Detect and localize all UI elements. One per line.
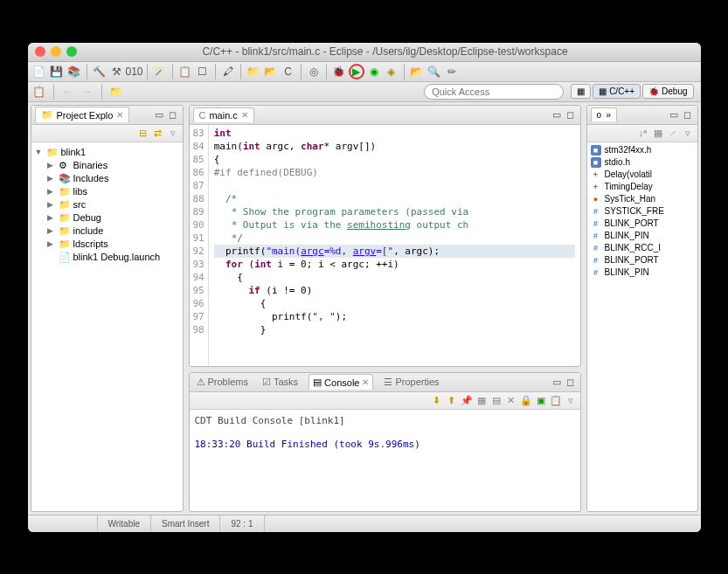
minimize-icon[interactable]: ▭ bbox=[668, 108, 680, 121]
tree-item[interactable]: ▶📁include bbox=[35, 225, 179, 238]
new-icon[interactable]: 📄 bbox=[31, 64, 47, 80]
console-opt2-icon[interactable]: ▤ bbox=[490, 394, 503, 406]
minimize-icon[interactable]: ▭ bbox=[153, 108, 165, 121]
menu-icon[interactable]: ▿ bbox=[682, 127, 694, 139]
quick-access-input[interactable] bbox=[424, 84, 564, 100]
search-icon[interactable]: 🔍 bbox=[426, 64, 442, 80]
maximize-icon[interactable]: ◻ bbox=[682, 108, 694, 121]
profile-icon[interactable]: ◉ bbox=[366, 64, 382, 80]
build-all-icon[interactable]: ⚒ bbox=[109, 64, 125, 80]
outline-item[interactable]: ●SysTick_Han bbox=[589, 193, 696, 205]
console-tab[interactable]: ▤Console✕ bbox=[309, 374, 373, 390]
menu-icon[interactable]: ▿ bbox=[167, 127, 179, 139]
edit-icon[interactable]: ✏ bbox=[444, 64, 460, 80]
close-icon[interactable] bbox=[35, 46, 45, 57]
down-icon[interactable]: ⬇ bbox=[431, 394, 443, 406]
open-icon[interactable]: 📂 bbox=[409, 64, 425, 80]
lock-icon[interactable]: 🔒 bbox=[520, 394, 532, 406]
folder2-icon[interactable]: 📂 bbox=[263, 64, 279, 80]
outline-tab[interactable]: o » bbox=[591, 107, 618, 121]
outline-item[interactable]: #BLINK_PIN bbox=[589, 266, 696, 279]
maximize-icon[interactable]: ◻ bbox=[167, 108, 179, 121]
tree-item[interactable]: ▼📁blink1 bbox=[35, 146, 179, 159]
tree-item[interactable]: ▶📁src bbox=[35, 198, 179, 211]
folder-icon[interactable]: 📁 bbox=[246, 64, 261, 80]
outline-item[interactable]: #SYSTICK_FRE bbox=[589, 205, 696, 218]
wand-icon[interactable]: 🪄 bbox=[152, 64, 168, 80]
home-icon[interactable]: 📁 bbox=[108, 84, 124, 100]
binary-icon[interactable]: 010 bbox=[127, 64, 142, 80]
external-icon[interactable]: ◈ bbox=[384, 64, 399, 80]
project-tree[interactable]: ▼📁blink1▶⚙Binaries▶📚Includes▶📁libs▶📁src▶… bbox=[31, 142, 183, 511]
project-explorer-tab[interactable]: 📁Project Explo ✕ bbox=[35, 107, 130, 122]
tree-item[interactable]: ▶📁ldscripts bbox=[35, 238, 179, 251]
status-bar: Writable Smart Insert 92 : 1 bbox=[28, 515, 701, 532]
zoom-icon[interactable] bbox=[66, 46, 77, 57]
outline-panel: o » ▭ ◻ ↓ᵃ ▦ ⟋ ▿ ■stm32f4xx.h■stdio.h+De… bbox=[586, 105, 698, 512]
hide-icon[interactable]: ⟋ bbox=[667, 127, 679, 139]
maximize-icon[interactable]: ◻ bbox=[565, 376, 577, 388]
up-icon[interactable]: ⬆ bbox=[446, 394, 458, 406]
outline-item[interactable]: #BLINK_RCC_I bbox=[589, 242, 696, 254]
titlebar: C/C++ - blink1/src/main.c - Eclipse - /U… bbox=[28, 43, 701, 62]
close-icon[interactable]: ✕ bbox=[241, 110, 248, 120]
marker-icon[interactable]: 🖍 bbox=[220, 64, 236, 80]
build-icon[interactable]: 🔨 bbox=[92, 64, 107, 80]
main-area: 📁Project Explo ✕ ▭ ◻ ⊟ ⇄ ▿ ▼📁blink1▶⚙Bin… bbox=[28, 102, 701, 515]
tree-item[interactable]: ▶📁Debug bbox=[35, 211, 179, 225]
problems-tab[interactable]: ⚠Problems bbox=[193, 375, 252, 390]
editor-tab[interactable]: Cmain.c ✕ bbox=[193, 107, 254, 122]
outline-item[interactable]: +TimingDelay bbox=[589, 181, 696, 193]
outline-item[interactable]: #BLINK_PORT bbox=[589, 254, 696, 266]
status-writable: Writable bbox=[98, 515, 152, 532]
outline-item[interactable]: #BLINK_PIN bbox=[589, 230, 696, 242]
filter-icon[interactable]: 📋 bbox=[177, 64, 193, 80]
code-editor[interactable]: 83848586878889909192939495969798 intmain… bbox=[190, 125, 580, 366]
eclipse-window: C/C++ - blink1/src/main.c - Eclipse - /U… bbox=[28, 43, 701, 532]
tree-item[interactable]: ▶📚Includes bbox=[35, 172, 179, 185]
minimize-icon[interactable] bbox=[51, 46, 61, 57]
outline-item[interactable]: ■stm32f4xx.h bbox=[589, 144, 696, 156]
display-icon[interactable]: ▣ bbox=[535, 394, 547, 406]
forward-icon[interactable]: → bbox=[80, 84, 95, 100]
outline-item[interactable]: ■stdio.h bbox=[589, 156, 696, 169]
run-icon[interactable]: ▶ bbox=[349, 64, 364, 80]
menu-icon[interactable]: ▿ bbox=[565, 394, 577, 406]
perspective-switcher: ▦ ▦C/C++ 🐞Debug bbox=[567, 84, 697, 99]
debug-perspective-button[interactable]: 🐞Debug bbox=[642, 84, 693, 99]
collapse-icon[interactable]: ⊟ bbox=[137, 127, 149, 139]
console-opt-icon[interactable]: ▦ bbox=[475, 394, 488, 406]
properties-tab[interactable]: ☰Properties bbox=[380, 375, 442, 390]
close-icon[interactable]: ✕ bbox=[362, 377, 369, 387]
close-icon[interactable]: ✕ bbox=[116, 110, 123, 120]
minimize-icon[interactable]: ▭ bbox=[551, 376, 563, 388]
save-all-icon[interactable]: 📚 bbox=[66, 64, 82, 80]
outline-list[interactable]: ■stm32f4xx.h■stdio.h+Delay(volatil+Timin… bbox=[587, 142, 697, 511]
back-icon[interactable]: ← bbox=[60, 84, 76, 100]
pin-icon[interactable]: 📌 bbox=[461, 394, 473, 406]
filter-icon[interactable]: ▦ bbox=[652, 127, 664, 139]
debug-icon[interactable]: 🐞 bbox=[331, 64, 347, 80]
status-spacer bbox=[28, 515, 98, 532]
tree-item[interactable]: ▶📁libs bbox=[35, 185, 179, 198]
target-icon[interactable]: ◎ bbox=[306, 64, 322, 80]
task-icon[interactable]: ☐ bbox=[195, 64, 211, 80]
sort-icon[interactable]: ↓ᵃ bbox=[637, 127, 649, 139]
cpp-perspective-button[interactable]: ▦C/C++ bbox=[593, 84, 641, 99]
nav-icon[interactable]: 📋 bbox=[31, 84, 47, 100]
outline-item[interactable]: #BLINK_PORT bbox=[589, 218, 696, 230]
open-perspective-button[interactable]: ▦ bbox=[571, 84, 591, 99]
maximize-icon[interactable]: ◻ bbox=[565, 108, 577, 121]
minimize-icon[interactable]: ▭ bbox=[551, 108, 563, 121]
save-icon[interactable]: 💾 bbox=[49, 64, 65, 80]
c-file-icon[interactable]: C bbox=[281, 64, 296, 80]
open-console-icon[interactable]: 📋 bbox=[550, 394, 562, 406]
tree-item[interactable]: ▶⚙Binaries bbox=[35, 159, 179, 172]
clear-icon[interactable]: ✕ bbox=[505, 394, 517, 406]
outline-item[interactable]: +Delay(volatil bbox=[589, 169, 696, 181]
console-output[interactable]: CDT Build Console [blink1] 18:33:20 Buil… bbox=[190, 410, 580, 511]
link-icon[interactable]: ⇄ bbox=[152, 127, 164, 139]
editor-panel: Cmain.c ✕ ▭ ◻ 83848586878889909192939495… bbox=[189, 105, 581, 367]
tasks-tab[interactable]: ☑Tasks bbox=[259, 375, 302, 390]
tree-item[interactable]: 📄blink1 Debug.launch bbox=[35, 251, 179, 264]
